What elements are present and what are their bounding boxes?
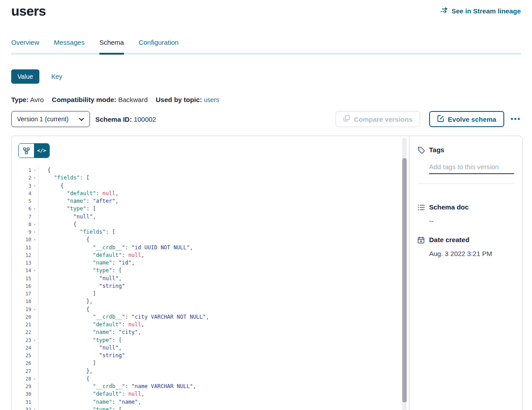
fold-toggle-icon[interactable]: ▾ xyxy=(31,221,38,228)
code-line-9: 9▾ "fields": [ xyxy=(12,228,402,236)
line-number: 30 xyxy=(12,390,31,398)
line-number: 5 xyxy=(12,197,31,205)
schema-page: users See in Stream lineage Overview Mes… xyxy=(0,0,532,410)
add-tags-input[interactable] xyxy=(429,163,514,174)
compare-versions-button[interactable]: Compare versions xyxy=(336,111,420,127)
code-line-1: 1▾{ xyxy=(12,167,402,174)
more-options-button[interactable]: ••• xyxy=(511,115,521,123)
code-line-22: 22 "name": "city", xyxy=(12,329,402,336)
fold-toggle-icon[interactable]: ▾ xyxy=(31,228,38,236)
sidebar-divider xyxy=(417,184,514,184)
compare-icon xyxy=(343,115,350,124)
fold-spacer xyxy=(31,321,38,329)
fold-toggle-icon[interactable]: ▾ xyxy=(31,205,38,213)
fold-toggle-icon[interactable]: ▾ xyxy=(31,337,38,344)
code-text: "fields": [ xyxy=(38,174,89,182)
calendar-plus-icon xyxy=(417,236,425,246)
code-text: "default": null, xyxy=(38,252,145,259)
editor-scrollbar-thumb[interactable] xyxy=(402,158,407,402)
fold-spacer xyxy=(31,259,38,267)
fold-toggle-icon[interactable]: ▾ xyxy=(31,406,38,410)
line-number: 27 xyxy=(12,367,31,375)
key-toggle-link[interactable]: Key xyxy=(51,73,62,80)
fold-toggle-icon[interactable]: ▾ xyxy=(31,375,38,383)
line-number: 22 xyxy=(12,329,31,336)
code-text: "null", xyxy=(38,344,122,352)
tab-configuration[interactable]: Configuration xyxy=(139,38,179,53)
line-number: 1 xyxy=(12,167,31,174)
code-line-27: 27 }, xyxy=(12,367,402,375)
schema-card: </> 1▾{2▾ "fields": [3▾ {4 "default": nu… xyxy=(11,136,523,410)
fold-spacer xyxy=(31,352,38,359)
line-number: 23 xyxy=(12,337,31,344)
fold-toggle-icon[interactable]: ▾ xyxy=(31,167,38,174)
edit-icon xyxy=(437,115,444,124)
code-text: "fields": [ xyxy=(38,228,115,236)
value-toggle-button[interactable]: Value xyxy=(11,69,39,84)
tags-title: Tags xyxy=(429,146,444,154)
code-line-12: 12 "default": null, xyxy=(12,252,402,259)
code-text: { xyxy=(38,375,89,383)
fold-spacer xyxy=(31,190,38,197)
code-line-21: 21 "default": null, xyxy=(12,321,402,329)
fold-spacer xyxy=(31,383,38,390)
code-line-3: 3▾ { xyxy=(12,182,402,190)
code-line-32: 32▾ "type": [ xyxy=(12,406,402,410)
tab-schema[interactable]: Schema xyxy=(99,38,124,53)
fold-toggle-icon[interactable]: ▾ xyxy=(31,267,38,274)
line-number: 14 xyxy=(12,267,31,274)
code-text: "name": "after", xyxy=(38,197,119,205)
stream-lineage-link[interactable]: See in Stream lineage xyxy=(440,7,521,15)
code-view-button[interactable]: </> xyxy=(34,144,49,158)
code-line-30: 30 "default": null, xyxy=(12,390,402,398)
code-text: { xyxy=(38,167,51,174)
line-number: 13 xyxy=(12,259,31,267)
code-text: "type": [ xyxy=(38,337,122,344)
code-line-15: 15 "null", xyxy=(12,275,402,282)
code-text: "string" xyxy=(38,352,125,359)
line-number: 3 xyxy=(12,182,31,190)
value-key-toggle: Value Key xyxy=(11,69,521,84)
code-text: "type": [ xyxy=(38,406,122,410)
evolve-schema-button[interactable]: Evolve schema xyxy=(429,111,504,127)
fold-spacer xyxy=(31,313,38,321)
fold-toggle-icon[interactable]: ▾ xyxy=(31,236,38,243)
code-text: }, xyxy=(38,367,93,375)
line-number: 15 xyxy=(12,275,31,282)
code-icon: </> xyxy=(37,148,46,154)
code-line-6: 6▾ "type": [ xyxy=(12,205,402,213)
line-number: 12 xyxy=(12,252,31,259)
code-text: "name": "city", xyxy=(38,329,141,336)
version-select[interactable]: Version 1 (current) xyxy=(11,111,90,127)
code-text: "__crdb__": "id UUID NOT NULL", xyxy=(38,244,193,252)
line-number: 25 xyxy=(12,352,31,359)
tag-icon xyxy=(417,146,425,156)
fold-spacer xyxy=(31,197,38,205)
code-text: "__crdb__": "city VARCHAR NOT NULL", xyxy=(38,313,209,321)
line-number: 19 xyxy=(12,306,31,313)
code-text: "string" xyxy=(38,282,125,290)
tags-section-header: Tags xyxy=(417,146,514,156)
code-line-16: 16 "string" xyxy=(12,282,402,290)
fold-spacer xyxy=(31,398,38,406)
fold-spacer xyxy=(31,390,38,398)
fold-spacer xyxy=(31,244,38,252)
topic-link[interactable]: users xyxy=(204,96,219,103)
fold-toggle-icon[interactable]: ▾ xyxy=(31,182,38,190)
fold-toggle-icon[interactable]: ▾ xyxy=(31,306,38,313)
tab-overview[interactable]: Overview xyxy=(11,38,39,53)
version-toolbar: Version 1 (current) Schema ID: 100002 Co… xyxy=(11,111,521,127)
fold-toggle-icon[interactable]: ▾ xyxy=(31,174,38,182)
fold-spacer xyxy=(31,344,38,352)
fold-spacer xyxy=(31,282,38,290)
line-number: 26 xyxy=(12,359,31,367)
schema-doc-value: -- xyxy=(429,217,514,225)
code-line-26: 26 ] xyxy=(12,359,402,367)
code-text: "name": "id", xyxy=(38,259,135,267)
tree-view-button[interactable] xyxy=(19,144,34,158)
line-number: 31 xyxy=(12,398,31,406)
code-line-13: 13 "name": "id", xyxy=(12,259,402,267)
code-text: { xyxy=(38,236,89,243)
fold-spacer xyxy=(31,298,38,305)
tab-messages[interactable]: Messages xyxy=(54,38,85,53)
